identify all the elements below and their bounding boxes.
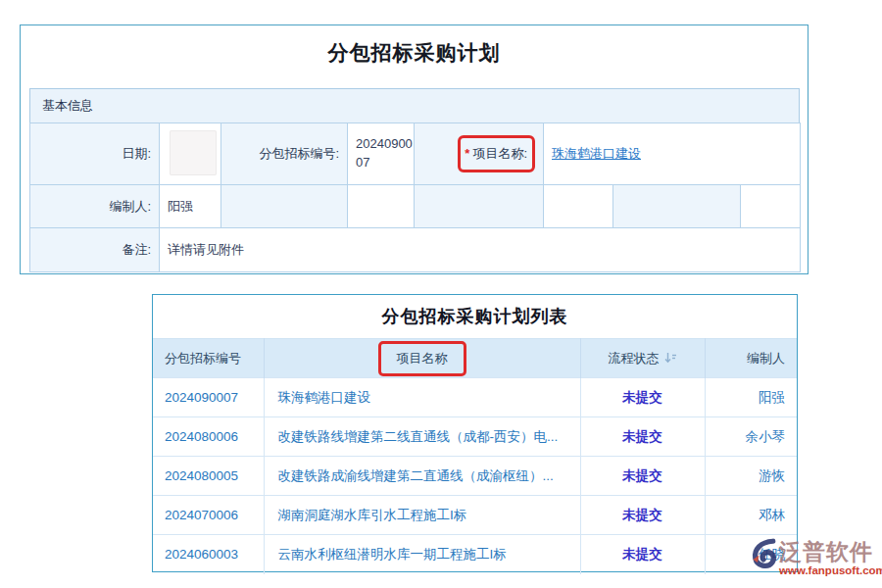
- compiler-name: 余小琴: [746, 429, 786, 444]
- project-name-cell: 珠海鹤港口建设: [544, 123, 801, 185]
- status-badge: 未提交: [622, 547, 662, 562]
- project-name-link[interactable]: 珠海鹤港口建设: [552, 146, 641, 161]
- sort-amount-icon[interactable]: [664, 352, 677, 367]
- table-row: 2024080006 改建铁路线增建第二线直通线（成都-西安）电... 未提交 …: [153, 417, 797, 457]
- empty-value-cell: [348, 185, 415, 228]
- section-header-basic-info: 基本信息: [29, 88, 800, 123]
- status-column-label: 流程状态: [609, 351, 660, 366]
- bid-no-link[interactable]: 2024080006: [165, 429, 238, 444]
- column-header-project-name: 项目名称: [264, 339, 580, 378]
- table-row: 2024070006 湖南洞庭湖水库引水工程施工I标 未提交 邓林: [153, 496, 797, 535]
- compiler-name: 邓林: [759, 508, 785, 522]
- compiler-label: 编制人:: [30, 185, 160, 228]
- empty-value-cell: [741, 185, 801, 228]
- procurement-plan-list-card: 分包招标采购计划列表 分包招标编号 项目名称 流程状态 编制人 20240900…: [152, 294, 798, 572]
- table-row: 2024090007 珠海鹤港口建设 未提交 阳强: [153, 378, 797, 417]
- header-row: 分包招标编号 项目名称 流程状态 编制人: [153, 339, 797, 378]
- project-link[interactable]: 改建铁路线增建第二线直通线（成都-西安）电...: [278, 429, 559, 444]
- empty-label-cell: [221, 185, 348, 228]
- date-input[interactable]: [170, 130, 217, 175]
- project-link[interactable]: 云南水利枢纽潜明水库一期工程施工I标: [278, 547, 507, 562]
- project-link[interactable]: 改建铁路成渝线增建第二直通线（成渝枢纽）...: [278, 468, 554, 483]
- project-name-label: 项目名称:: [472, 146, 527, 161]
- page: 分包招标采购计划 基本信息 日期: 分包招标编号: 2024090007: [0, 0, 882, 588]
- compiler-value: 阳强: [160, 185, 221, 228]
- table-row: 2024080005 改建铁路成渝线增建第二直通线（成渝枢纽）... 未提交 游…: [153, 457, 797, 496]
- bid-no-label: 分包招标编号:: [221, 123, 348, 185]
- remark-label: 备注:: [30, 228, 160, 272]
- table-row: 2024060003 云南水利枢纽潜明水库一期工程施工I标 未提交 任晓: [153, 535, 797, 574]
- project-link[interactable]: 珠海鹤港口建设: [278, 390, 371, 405]
- compiler-name: 阳强: [759, 390, 785, 405]
- bid-no-value: 2024090007: [356, 135, 416, 172]
- bid-no-link[interactable]: 2024080005: [165, 468, 238, 483]
- bid-no-link[interactable]: 2024070006: [165, 508, 238, 522]
- compiler-name: 游恢: [759, 468, 785, 483]
- plan-list-table: 分包招标编号 项目名称 流程状态 编制人 2024090007 珠海鹤港口建设 …: [153, 338, 797, 574]
- status-badge: 未提交: [622, 429, 662, 444]
- column-header-bid-no: 分包招标编号: [153, 339, 264, 378]
- column-header-status[interactable]: 流程状态: [580, 339, 705, 378]
- date-cell: [160, 123, 221, 185]
- status-badge: 未提交: [622, 468, 662, 483]
- procurement-plan-form-card: 分包招标采购计划 基本信息 日期: 分包招标编号: 2024090007: [20, 24, 808, 274]
- list-title: 分包招标采购计划列表: [153, 295, 797, 338]
- remark-value: 详情请见附件: [160, 228, 801, 272]
- bid-no-link[interactable]: 2024090007: [165, 390, 238, 405]
- form-title: 分包招标采购计划: [21, 39, 808, 67]
- empty-label-cell: [613, 185, 741, 228]
- project-name-label-cell: *项目名称:: [415, 123, 544, 185]
- basic-info-grid: 日期: 分包招标编号: 2024090007 *项目名称: 珠海鹤港口建设: [29, 122, 801, 272]
- column-header-compiler: 编制人: [705, 339, 797, 378]
- project-link[interactable]: 湖南洞庭湖水库引水工程施工I标: [278, 508, 467, 522]
- project-name-required-highlight: *项目名称:: [458, 135, 535, 172]
- bid-no-link[interactable]: 2024060003: [165, 547, 238, 562]
- project-name-column-label: 项目名称: [397, 351, 448, 366]
- status-badge: 未提交: [622, 390, 662, 405]
- required-asterisk-icon: *: [465, 146, 469, 161]
- date-label: 日期:: [30, 123, 160, 185]
- project-name-column-highlight: 项目名称: [378, 341, 466, 376]
- empty-value-cell: [544, 185, 613, 228]
- compiler-name: 任晓: [759, 547, 785, 562]
- status-badge: 未提交: [622, 508, 662, 522]
- empty-label-cell: [415, 185, 544, 228]
- bid-no-cell: 2024090007: [348, 123, 415, 185]
